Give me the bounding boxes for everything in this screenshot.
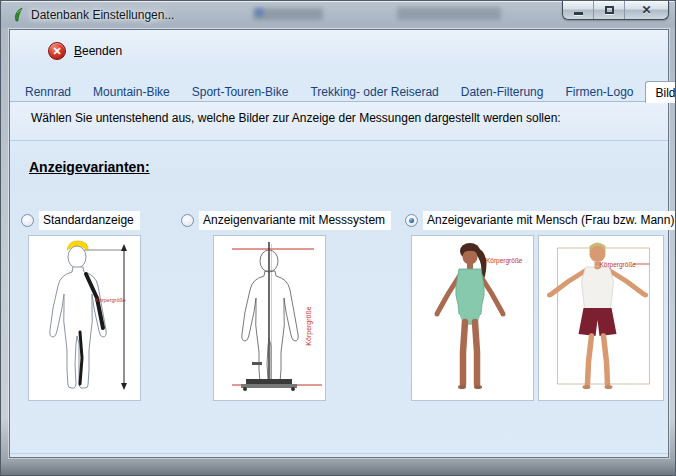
tab-bilder[interactable]: Bilder bbox=[645, 81, 676, 103]
radio-standardanzeige[interactable] bbox=[21, 214, 34, 227]
frau-figure-render: Körpergröße bbox=[412, 236, 533, 400]
mann-annotation: Körpergröße bbox=[600, 261, 637, 269]
standard-figure-drawing: Körpergröße bbox=[29, 236, 140, 400]
tab-mountain-bike[interactable]: Mountain-Bike bbox=[82, 81, 181, 102]
titlebar-reflection bbox=[397, 7, 501, 20]
tab-daten-filterung[interactable]: Daten-Filterung bbox=[450, 81, 555, 102]
preview-image-messsystem: Körpergröße bbox=[213, 235, 326, 401]
minimize-icon bbox=[574, 12, 583, 15]
option-label[interactable]: Standardanzeige bbox=[39, 211, 140, 230]
dialog-client-area: ✕ Beenden Rennrad Mountain-Bike Sport-To… bbox=[9, 29, 669, 458]
radio-mensch[interactable] bbox=[405, 214, 418, 227]
standard-annotation: Körpergröße bbox=[95, 297, 126, 303]
mann-figure-render: Körpergröße bbox=[539, 236, 663, 400]
minimize-button[interactable] bbox=[563, 1, 594, 19]
option-mensch[interactable]: Anzeigevariante mit Mensch (Frau bzw. Ma… bbox=[405, 211, 676, 230]
preview-image-standard: Körpergröße bbox=[28, 235, 141, 401]
tab-rennrad[interactable]: Rennrad bbox=[14, 81, 82, 102]
toolbar: ✕ Beenden bbox=[10, 30, 668, 74]
messsystem-figure-drawing: Körpergröße bbox=[214, 236, 325, 400]
app-icon bbox=[10, 7, 26, 23]
dialog-window: Datenbank Einstellungen... ✕ ✕ Beenden R… bbox=[0, 0, 676, 476]
maximize-icon bbox=[605, 6, 614, 14]
frau-annotation: Körpergröße bbox=[486, 257, 523, 265]
quit-button-label: Beenden bbox=[74, 44, 122, 58]
preview-image-frau: Körpergröße bbox=[411, 235, 534, 401]
close-button[interactable]: ✕ bbox=[625, 1, 668, 19]
option-label[interactable]: Anzeigenvariante mit Messsystem bbox=[199, 211, 391, 230]
page-heading: Anzeigevarianten: bbox=[29, 159, 150, 175]
maximize-button[interactable] bbox=[594, 1, 625, 19]
option-messsystem[interactable]: Anzeigenvariante mit Messsystem bbox=[181, 211, 391, 230]
messsystem-annotation: Körpergröße bbox=[305, 306, 313, 345]
tab-sport-touren-bike[interactable]: Sport-Touren-Bike bbox=[181, 81, 300, 102]
instruction-text: Wählen Sie untenstehend aus, welche Bild… bbox=[10, 102, 668, 141]
option-label[interactable]: Anzeigevariante mit Mensch (Frau bzw. Ma… bbox=[423, 211, 676, 230]
tab-trekking-oder-reiserad[interactable]: Trekking- oder Reiserad bbox=[299, 81, 449, 102]
tab-bar: Rennrad Mountain-Bike Sport-Touren-Bike … bbox=[14, 80, 664, 102]
preview-image-mann: Körpergröße bbox=[538, 235, 664, 401]
option-standardanzeige[interactable]: Standardanzeige bbox=[21, 211, 140, 230]
radio-messsystem[interactable] bbox=[181, 214, 194, 227]
titlebar-reflection bbox=[255, 8, 264, 17]
tab-firmen-logo[interactable]: Firmen-Logo bbox=[554, 81, 644, 102]
quit-button[interactable]: ✕ Beenden bbox=[48, 42, 122, 60]
titlebar[interactable]: Datenbank Einstellungen... ✕ bbox=[1, 1, 675, 29]
tab-page-bilder: Wählen Sie untenstehend aus, welche Bild… bbox=[10, 101, 668, 454]
close-icon: ✕ bbox=[641, 4, 651, 16]
quit-x-icon: ✕ bbox=[48, 42, 66, 60]
window-title: Datenbank Einstellungen... bbox=[31, 8, 174, 22]
caption-buttons: ✕ bbox=[562, 1, 669, 20]
